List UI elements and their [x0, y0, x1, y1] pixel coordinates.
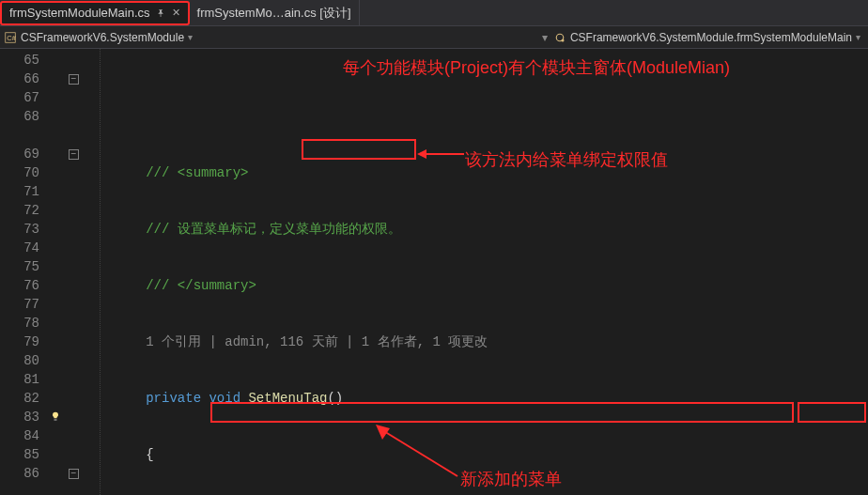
- code-surface[interactable]: /// <summary> /// 设置菜单标记，定义菜单功能的权限。 /// …: [83, 49, 868, 495]
- dropdown-arrow-left[interactable]: ▾: [542, 31, 548, 44]
- lightbulb-icon[interactable]: [47, 408, 64, 426]
- chevron-down-icon[interactable]: ▾: [188, 32, 193, 42]
- tab-label: frmSystemMo…ain.cs [设计]: [197, 5, 351, 22]
- tab-active-file[interactable]: frmSystemModuleMain.cs 🖈 ✕: [0, 1, 190, 25]
- code-editor[interactable]: 6566676869707172737475767778798081828384…: [0, 49, 868, 495]
- fold-margin: − − −: [64, 49, 83, 495]
- tab-label: frmSystemModuleMain.cs: [9, 6, 150, 20]
- breadcrumb-class[interactable]: CSFrameworkV6.SystemModule.frmSystemModu…: [570, 31, 852, 44]
- codelens-info[interactable]: 1 个引用 | admin, 116 天前 | 1 名作者, 1 项更改: [146, 334, 488, 349]
- svg-point-3: [561, 39, 564, 41]
- navigation-bar: C# CSFrameworkV6.SystemModule ▾ ▾ CSFram…: [0, 26, 868, 49]
- document-tab-bar: frmSystemModuleMain.cs 🖈 ✕ frmSystemMo…a…: [0, 0, 868, 26]
- close-icon[interactable]: ✕: [172, 7, 180, 19]
- svg-text:C#: C#: [7, 34, 16, 42]
- pin-icon[interactable]: 🖈: [156, 8, 166, 19]
- tab-designer-file[interactable]: frmSystemMo…ain.cs [设计]: [190, 0, 360, 25]
- fold-toggle[interactable]: −: [69, 149, 79, 160]
- line-number-gutter: 6566676869707172737475767778798081828384…: [0, 49, 47, 495]
- breadcrumb-namespace[interactable]: CSFrameworkV6.SystemModule: [21, 31, 184, 44]
- glyph-margin: [47, 49, 64, 495]
- csharp-file-icon: C#: [4, 31, 17, 44]
- chevron-down-icon[interactable]: ▾: [856, 32, 860, 42]
- class-icon: [553, 31, 566, 44]
- fold-toggle[interactable]: −: [69, 469, 79, 479]
- svg-rect-4: [54, 419, 57, 421]
- fold-toggle[interactable]: −: [69, 74, 79, 85]
